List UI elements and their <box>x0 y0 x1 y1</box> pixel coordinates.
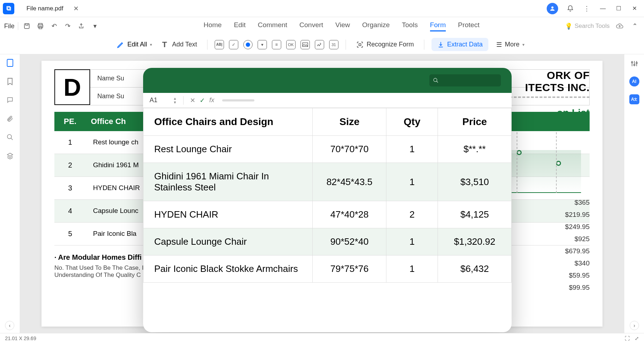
print-icon[interactable] <box>35 21 45 31</box>
table-row[interactable]: Rest Lounge Chair70*70*701$**.** <box>143 136 512 163</box>
fit-width-icon[interactable]: ⛶ <box>625 335 630 341</box>
extract-data-button[interactable]: Extract Data <box>431 38 488 51</box>
comment-panel-icon[interactable] <box>6 96 14 104</box>
formula-input[interactable] <box>222 99 254 101</box>
table-row[interactable]: Ghidini 1961 Miami Chair In Stainless St… <box>143 163 512 201</box>
close-tab-icon[interactable]: ✕ <box>73 5 79 13</box>
cell-reference[interactable]: A1 <box>150 96 169 104</box>
pencil-icon <box>117 41 125 49</box>
translate-icon[interactable]: A文 <box>629 94 639 104</box>
cell-stepper[interactable]: ▲▼ <box>173 96 177 104</box>
search-panel-icon[interactable] <box>6 133 14 141</box>
dropdown-icon[interactable]: ▾ <box>90 21 100 31</box>
table-row[interactable]: Capsule Lounge Chair90*52*401$1,320.92 <box>143 228 512 255</box>
svg-rect-4 <box>39 27 42 29</box>
extracted-data-overlay: A1 ▲▼ ✕ ✓ fx Office Chairs and Design Si… <box>143 68 512 332</box>
ov-head-size: Size <box>313 108 386 136</box>
settings-slider-icon[interactable] <box>629 59 639 69</box>
form-toolbar: Edit All ▾ T Add Text AB| ✓ ▾ ≡ OK 31 Re… <box>0 35 644 54</box>
status-bar: 21.01 X 29.69 ⛶ ⤢ <box>0 333 644 343</box>
thumbnails-icon[interactable] <box>6 59 14 67</box>
right-sidebar: AI A文 <box>624 54 644 333</box>
recognize-icon <box>356 41 364 49</box>
close-window-icon[interactable]: ✕ <box>630 5 638 13</box>
svg-point-10 <box>631 62 633 63</box>
price-list: $365$219.95$249.95$925$679.95$340$59.95$… <box>565 197 590 294</box>
main-toolbar: File ↶ ↷ ▾ Home Edit Comment Convert Vie… <box>0 17 644 35</box>
undo-icon[interactable]: ↶ <box>49 21 59 31</box>
cloud-upload-icon[interactable] <box>615 21 625 31</box>
user-avatar[interactable] <box>547 3 558 14</box>
svg-point-13 <box>434 78 437 81</box>
tab-comment[interactable]: Comment <box>258 21 287 31</box>
listbox-icon[interactable]: ≡ <box>272 40 281 49</box>
svg-point-0 <box>551 6 553 9</box>
lightbulb-icon: 💡 <box>565 23 572 30</box>
table-row[interactable]: HYDEN CHAIR47*40*282$4,125 <box>143 201 512 228</box>
tab-tools[interactable]: Tools <box>402 21 418 31</box>
dropdown-field-icon[interactable]: ▾ <box>258 40 267 49</box>
file-menu[interactable]: File <box>4 21 14 31</box>
overlay-table[interactable]: Office Chairs and Design Size Qty Price … <box>143 108 512 283</box>
cancel-formula-icon[interactable]: ✕ <box>190 96 195 104</box>
search-tools[interactable]: 💡 Search Tools <box>565 23 610 30</box>
tab-organize[interactable]: Organize <box>362 21 390 31</box>
formula-bar: A1 ▲▼ ✕ ✓ fx <box>143 93 512 108</box>
col-pe: PE. <box>54 112 86 131</box>
signature-icon[interactable] <box>315 40 324 49</box>
overlay-search[interactable] <box>429 74 501 86</box>
hamburger-icon: ☰ <box>496 41 502 49</box>
tab-form[interactable]: Form <box>430 21 446 31</box>
tab-view[interactable]: View <box>335 21 350 31</box>
tab-protect[interactable]: Protect <box>458 21 479 31</box>
tab-edit[interactable]: Edit <box>234 21 246 31</box>
svg-rect-5 <box>302 43 308 46</box>
ov-head-name: Office Chairs and Design <box>143 108 313 136</box>
fx-icon[interactable]: fx <box>209 96 214 104</box>
table-row[interactable]: Pair Iconic Black Stokke Armchairs79*75*… <box>143 255 512 283</box>
text-icon: T <box>160 40 169 49</box>
left-sidebar <box>0 54 20 333</box>
layers-icon[interactable] <box>6 151 14 160</box>
add-text-button[interactable]: T Add Text <box>157 38 200 51</box>
notification-icon[interactable] <box>566 4 575 13</box>
radio-icon[interactable] <box>243 40 253 49</box>
collapse-ribbon-icon[interactable]: ⌃ <box>630 21 640 31</box>
minimize-icon[interactable]: — <box>599 5 607 13</box>
tab-home[interactable]: Home <box>204 21 222 31</box>
attachment-icon[interactable] <box>6 114 14 123</box>
prev-page-arrow[interactable]: ‹ <box>5 321 14 330</box>
next-page-arrow[interactable]: › <box>630 321 639 330</box>
bookmark-icon[interactable] <box>6 77 14 86</box>
more-button[interactable]: ☰ More ▾ <box>493 39 527 51</box>
maximize-icon[interactable]: ☐ <box>615 5 623 13</box>
save-icon[interactable] <box>22 21 32 31</box>
redo-icon[interactable]: ↷ <box>63 21 73 31</box>
ov-head-price: Price <box>438 108 512 136</box>
mini-chart <box>502 132 581 193</box>
kebab-menu-icon[interactable]: ⋮ <box>582 4 591 13</box>
svg-point-12 <box>636 62 637 64</box>
tab-title: File name.pdf <box>26 5 63 12</box>
textfield-icon[interactable]: AB| <box>215 40 224 49</box>
date-field-icon[interactable]: 31 <box>329 40 338 49</box>
document-tab[interactable]: File name.pdf ✕ <box>20 2 85 15</box>
edit-all-button[interactable]: Edit All ▾ <box>117 41 152 49</box>
accept-formula-icon[interactable]: ✓ <box>200 96 205 104</box>
checkbox-icon[interactable]: ✓ <box>229 40 238 49</box>
extract-icon <box>437 41 444 48</box>
svg-rect-1 <box>24 24 29 28</box>
ai-badge-icon[interactable]: AI <box>629 76 639 86</box>
tab-convert[interactable]: Convert <box>299 21 323 31</box>
app-icon[interactable]: ⧉ <box>3 3 14 14</box>
fullscreen-icon[interactable]: ⤢ <box>635 335 639 341</box>
recognize-form-button[interactable]: Recognize Form <box>353 39 417 51</box>
search-icon <box>433 78 439 83</box>
overlay-header <box>143 68 512 93</box>
titlebar: ⧉ File name.pdf ✕ ⋮ — ☐ ✕ <box>0 0 644 17</box>
doc-subtitle: on List <box>557 107 590 119</box>
ov-head-qty: Qty <box>386 108 438 136</box>
image-field-icon[interactable] <box>301 40 310 49</box>
button-field-icon[interactable]: OK <box>286 40 296 49</box>
share-icon[interactable] <box>76 21 86 31</box>
